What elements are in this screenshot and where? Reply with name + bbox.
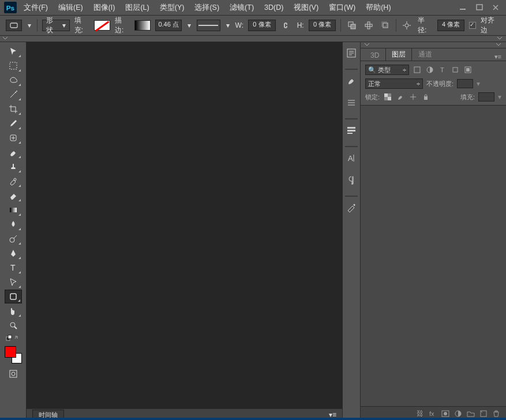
layers-list[interactable] xyxy=(361,106,506,406)
tab-channels[interactable]: 通道 xyxy=(412,48,438,61)
path-align-icon[interactable] xyxy=(362,20,374,31)
shape-tool[interactable] xyxy=(5,290,22,303)
link-wh-icon[interactable] xyxy=(280,20,293,31)
panel-icon-paragraph[interactable] xyxy=(344,171,359,189)
magic-wand-tool[interactable] xyxy=(5,88,22,102)
gear-icon[interactable] xyxy=(401,20,413,31)
menu-filter[interactable]: 滤镜(T) xyxy=(224,3,259,13)
minimize-button[interactable] xyxy=(455,2,471,13)
width-input[interactable]: 0 像素 xyxy=(248,20,276,31)
align-edges-checkbox[interactable] xyxy=(469,22,475,29)
path-selection-tool[interactable] xyxy=(5,275,22,289)
svg-point-21 xyxy=(14,178,16,181)
menu-image[interactable]: 图像(I) xyxy=(88,3,121,13)
lock-pixels-icon[interactable] xyxy=(396,92,405,102)
lock-position-icon[interactable] xyxy=(408,92,418,102)
eyedropper-tool[interactable] xyxy=(5,117,22,130)
lock-transparent-icon[interactable] xyxy=(383,92,392,102)
clone-stamp-tool[interactable] xyxy=(5,160,22,174)
collapse-right-icon[interactable] xyxy=(496,42,503,48)
stroke-width-caret-icon[interactable]: ▾ xyxy=(186,21,192,29)
healing-brush-tool[interactable] xyxy=(5,131,22,145)
stroke-style-icon[interactable] xyxy=(197,20,221,31)
filter-adjust-icon[interactable] xyxy=(425,65,434,74)
blend-mode-select[interactable]: 正常÷ xyxy=(365,78,423,89)
dodge-tool[interactable] xyxy=(5,232,22,246)
filter-pixel-icon[interactable] xyxy=(413,65,422,74)
delete-layer-icon[interactable] xyxy=(491,409,501,418)
height-label: H: xyxy=(297,21,304,29)
fill-swatch[interactable] xyxy=(94,20,110,31)
os-taskbar xyxy=(0,418,506,420)
opacity-input[interactable] xyxy=(457,79,473,88)
layer-mask-icon[interactable] xyxy=(440,409,451,418)
panel-icon-brush-presets[interactable] xyxy=(344,94,359,111)
fill-opacity-input[interactable] xyxy=(478,92,494,102)
opacity-caret-icon[interactable]: ▾ xyxy=(477,80,480,88)
canvas[interactable] xyxy=(27,42,342,408)
tab-layers[interactable]: 图层 xyxy=(385,48,412,61)
svg-text:T: T xyxy=(440,66,444,73)
panel-icon-paragraph-styles[interactable] xyxy=(344,122,359,139)
panel-icon-character[interactable]: A xyxy=(344,149,359,167)
adjustment-layer-icon[interactable] xyxy=(453,409,463,418)
panel-icon-history[interactable] xyxy=(344,44,359,62)
pen-tool[interactable] xyxy=(5,246,22,260)
brush-tool[interactable] xyxy=(5,145,22,159)
quick-mask-icon[interactable] xyxy=(5,367,22,381)
history-brush-tool[interactable] xyxy=(5,174,22,188)
crop-tool[interactable] xyxy=(5,102,22,116)
type-tool[interactable]: T xyxy=(5,261,22,275)
menu-select[interactable]: 选择(S) xyxy=(189,3,224,13)
zoom-tool[interactable] xyxy=(5,318,22,332)
menu-layer[interactable]: 图层(L) xyxy=(120,3,154,13)
fill-caret-icon[interactable]: ▾ xyxy=(498,93,501,101)
close-button[interactable] xyxy=(488,2,504,13)
shape-mode-select[interactable]: 形状 ▾ xyxy=(42,20,70,31)
path-arrange-icon[interactable] xyxy=(379,20,391,31)
filter-type-icon[interactable]: T xyxy=(438,65,447,74)
lasso-tool[interactable] xyxy=(5,73,22,87)
link-layers-icon[interactable]: ⛓ xyxy=(415,409,425,418)
stroke-style-caret-icon[interactable]: ▾ xyxy=(225,21,230,29)
radius-input[interactable]: 4 像素 xyxy=(437,20,465,31)
menu-type[interactable]: 类型(Y) xyxy=(155,3,190,13)
panel-icon-properties[interactable] xyxy=(344,199,359,216)
layer-style-icon[interactable]: fx xyxy=(428,409,438,418)
menu-file[interactable]: 文件(F) xyxy=(18,3,53,13)
eraser-tool[interactable] xyxy=(5,189,22,202)
separator xyxy=(340,19,341,32)
filter-shape-icon[interactable] xyxy=(451,65,460,74)
expand-left-icon[interactable] xyxy=(2,36,9,42)
menu-3d[interactable]: 3D(D) xyxy=(259,3,288,12)
gradient-tool[interactable] xyxy=(5,203,22,217)
blur-tool[interactable] xyxy=(5,217,22,231)
expand-right-icon[interactable] xyxy=(497,36,504,42)
group-icon[interactable] xyxy=(466,409,476,418)
maximize-button[interactable] xyxy=(471,2,488,13)
height-input[interactable]: 0 像素 xyxy=(309,20,336,31)
tool-preset-caret-icon[interactable]: ▾ xyxy=(27,21,32,29)
path-ops-icon[interactable] xyxy=(346,20,358,31)
layer-filter-select[interactable]: 🔍 类型÷ xyxy=(365,65,409,75)
menu-window[interactable]: 窗口(W) xyxy=(324,3,361,13)
new-layer-icon[interactable] xyxy=(478,409,489,418)
menu-view[interactable]: 视图(V) xyxy=(288,3,324,13)
filter-smart-icon[interactable] xyxy=(463,65,473,74)
foreground-color-swatch[interactable] xyxy=(5,346,16,358)
tool-preset-icon[interactable] xyxy=(6,20,22,31)
lock-all-icon[interactable] xyxy=(421,92,430,102)
stroke-swatch[interactable] xyxy=(134,20,151,31)
swap-colors-icon[interactable] xyxy=(5,333,22,342)
color-swatches[interactable] xyxy=(3,345,23,365)
collapse-left-icon[interactable] xyxy=(364,42,371,48)
stroke-width-input[interactable]: 0.46 点 xyxy=(155,20,182,31)
tab-3d[interactable]: 3D xyxy=(364,50,385,61)
panel-icon-brushes[interactable] xyxy=(344,72,359,89)
menu-help[interactable]: 帮助(H) xyxy=(361,3,396,13)
panel-menu-icon[interactable]: ▾≡ xyxy=(494,53,503,61)
marquee-tool[interactable] xyxy=(5,59,22,73)
hand-tool[interactable] xyxy=(5,304,22,318)
menu-edit[interactable]: 编辑(E) xyxy=(53,3,88,13)
move-tool[interactable] xyxy=(5,44,22,58)
